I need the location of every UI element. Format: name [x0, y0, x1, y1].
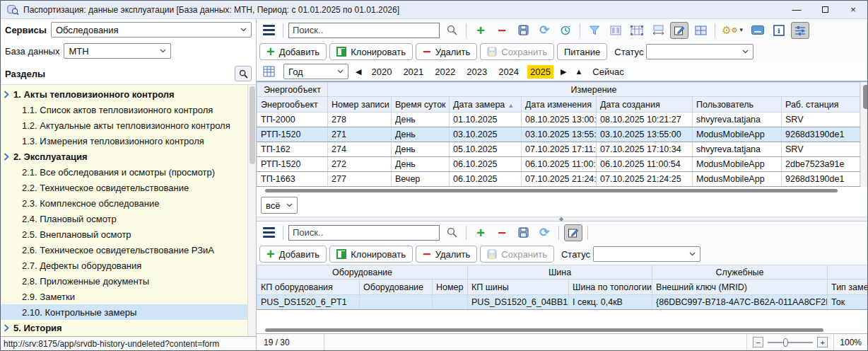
clone-button[interactable]: Клонировать [329, 43, 413, 60]
column-header[interactable]: Пользователь [693, 97, 782, 113]
edit-mode-button[interactable] [670, 22, 688, 39]
scrollbar-thumb[interactable] [265, 328, 823, 332]
tune-button[interactable] [791, 22, 809, 39]
cell[interactable]: 274 [328, 142, 392, 157]
table-row-selected[interactable]: PUS_DS1520_6_PT1PUS_DS1520_6_04BB1I секц… [257, 295, 868, 310]
history-button[interactable] [556, 22, 575, 39]
year-option[interactable]: 2020 [368, 65, 394, 79]
column-header[interactable]: КП оборудования [257, 280, 360, 295]
tree-item[interactable]: 2.9. Заметки [1, 289, 247, 304]
cell[interactable]: 07.10.2025 21:24:25 [597, 172, 693, 187]
services-select[interactable]: Обследования [51, 22, 252, 38]
cell[interactable]: 271 [328, 127, 392, 142]
column-header[interactable]: Оборудование [360, 280, 433, 295]
minimize-button[interactable]: — [782, 1, 811, 18]
cell[interactable]: 07.10.2025 21:24:25 [522, 172, 597, 187]
maximize-button[interactable] [811, 1, 839, 18]
close-button[interactable]: × [839, 1, 867, 18]
cell[interactable]: {86DBC997-B718-4A7C-B62A-011AA8CF2F81} [652, 295, 828, 310]
column-header[interactable]: Время суток [392, 97, 450, 113]
cell[interactable]: PUS_DS1520_6_PT1 [257, 295, 360, 310]
delete-button[interactable]: −Удалить [416, 246, 477, 263]
column-chooser-button[interactable] [606, 22, 625, 39]
next-year-arrow[interactable]: ▶ [559, 67, 568, 76]
tree-item[interactable]: 2.7. Дефекты оборудования [1, 258, 247, 273]
cell[interactable] [433, 295, 468, 310]
tree-item[interactable]: 2.3. Комплексное обследование [1, 195, 247, 211]
cell[interactable]: 9268d3190de1 [782, 172, 860, 187]
cell[interactable]: shvyreva.tatjana [693, 113, 782, 127]
refresh-button[interactable]: ⟳ [535, 22, 553, 39]
column-header[interactable]: Дата изменения [522, 97, 597, 113]
save-button[interactable]: Сохранить [480, 43, 554, 60]
tree-item[interactable]: 2. Эксплуатация [1, 149, 247, 164]
cell[interactable]: ModusMobileApp [693, 127, 782, 142]
column-header[interactable]: Дата создания [597, 97, 693, 113]
scrollbar-thumb[interactable] [863, 85, 868, 109]
save-button-icon[interactable] [514, 22, 532, 39]
cell[interactable]: ModusMobileApp [693, 157, 782, 172]
cell[interactable]: 272 [328, 157, 392, 172]
delete-button-icon[interactable]: − [493, 22, 511, 39]
cell[interactable]: ТП-1663 [257, 172, 328, 187]
delete-button-icon[interactable]: − [493, 224, 511, 241]
table-row[interactable]: ТП-1663277Вечер06.10.202507.10.2025 21:2… [257, 172, 860, 187]
search-button[interactable] [442, 22, 461, 39]
table-row-selected[interactable]: РТП-1520271День03.10.202503.10.2025 13:5… [257, 127, 860, 142]
zoom-in-button[interactable]: + [817, 337, 828, 347]
panel-splitter[interactable]: ◆ [257, 217, 867, 221]
cell[interactable]: PUS_DS1520_6_04BB1 [468, 295, 569, 310]
save-button[interactable]: Сохранить [480, 246, 554, 263]
tree-item[interactable]: 1.1. Список актов тепловизионного контро… [1, 102, 247, 117]
table-layout-button[interactable] [628, 22, 646, 39]
tree-item[interactable]: 2.6. Техническое освидетельствование РЗи… [1, 242, 247, 258]
search-button[interactable] [442, 224, 461, 241]
tree-item[interactable]: 2.5. Внеплановый осмотр [1, 226, 247, 242]
cell[interactable]: 06.10.2025 11:00:54 [522, 157, 597, 172]
table1-vertical-scrollbar[interactable] [860, 82, 868, 187]
cell[interactable]: 07.10.2025 17:10:34 [597, 142, 693, 157]
column-header[interactable]: Шина по топологии [569, 280, 652, 295]
save-button-icon[interactable] [514, 224, 532, 241]
zoom-out-button[interactable]: − [753, 337, 763, 347]
cell[interactable]: 08.10.2025 10:21:27 [597, 113, 693, 127]
cell[interactable]: 05.10.2025 [450, 142, 522, 157]
status-select[interactable] [646, 44, 753, 59]
fit-width-button[interactable] [649, 22, 667, 39]
search-input[interactable] [288, 225, 440, 241]
tree-item-selected[interactable]: 2.10. Контрольные замеры [1, 304, 247, 320]
cell[interactable]: Вечер [392, 172, 450, 187]
cell[interactable]: shvyreva.tatjana [693, 142, 782, 157]
cell[interactable]: I секц. 0,4кВ [569, 295, 652, 310]
cell[interactable]: Ток [828, 295, 867, 310]
database-select[interactable]: МТН [64, 43, 171, 59]
cell[interactable]: 06.10.2025 [450, 157, 522, 172]
status-select[interactable] [593, 246, 700, 262]
column-header[interactable]: Внешний ключ (MRID) [652, 280, 828, 295]
tree-item[interactable]: 1.2. Актуальные акты тепловизионного кон… [1, 117, 247, 133]
cell[interactable]: SRV [782, 113, 860, 127]
add-button-icon[interactable]: + [471, 224, 490, 241]
cell[interactable]: 08.10.2025 13:00:58 [522, 113, 597, 127]
cell[interactable]: 03.10.2025 13:55:00 [597, 127, 693, 142]
tree-item[interactable]: 1.3. Измерения тепловизионного контроля [1, 133, 247, 149]
filter-button[interactable] [585, 22, 604, 39]
menu-button[interactable] [259, 224, 278, 241]
cell[interactable]: РТП-1520 [257, 127, 328, 142]
year-option-selected[interactable]: 2025 [527, 65, 553, 79]
cell[interactable]: РТП-1520 [257, 157, 328, 172]
merge-view-button[interactable] [691, 22, 710, 39]
cell[interactable] [360, 295, 433, 310]
cell[interactable]: День [392, 142, 450, 157]
column-header[interactable]: КП шины [468, 280, 569, 295]
delete-button[interactable]: −Удалить [416, 43, 477, 60]
cell[interactable]: День [392, 113, 450, 127]
cell[interactable]: 9268d3190de1 [782, 127, 860, 142]
cell[interactable]: День [392, 127, 450, 142]
cell[interactable]: ТП-162 [257, 142, 328, 157]
add-button-icon[interactable]: + [471, 22, 490, 39]
table2-horizontal-scrollbar[interactable] [257, 326, 867, 333]
tree-item[interactable]: 5. История [1, 320, 247, 335]
cell[interactable]: 06.10.2025 [450, 172, 522, 187]
year-option[interactable]: 2023 [464, 65, 490, 79]
